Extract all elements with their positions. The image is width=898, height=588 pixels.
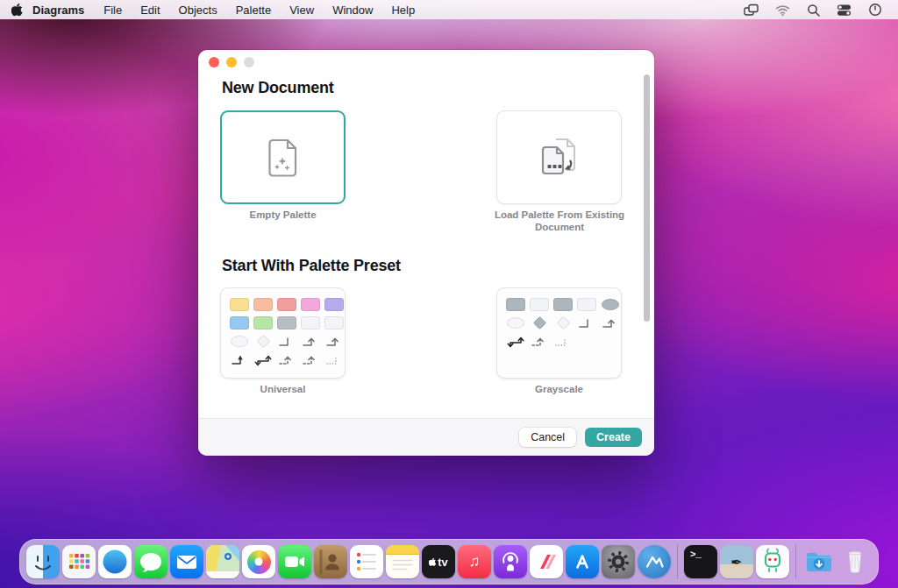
menubar-status	[744, 3, 898, 17]
menu-file[interactable]: File	[103, 4, 122, 17]
dock-notes-icon[interactable]	[386, 545, 419, 578]
load-palette-label: Load Palette From Existing Document	[485, 209, 634, 234]
palette-swatch-diamond	[553, 316, 573, 329]
palette-swatch-elbow-double	[506, 335, 525, 348]
dock-image-editor-icon[interactable]: ✒	[720, 545, 753, 578]
dialog-footer: Cancel Create	[198, 418, 654, 456]
preset-universal-label: Universal	[220, 384, 346, 394]
empty-palette-label: Empty Palette	[220, 209, 346, 221]
empty-palette-card[interactable]	[220, 110, 346, 204]
cancel-button[interactable]: Cancel	[519, 428, 576, 447]
palette-swatch-rect	[277, 298, 296, 311]
dock: tv♫>_✒	[19, 539, 879, 584]
palette-swatch-rect	[553, 298, 573, 311]
palette-swatch-elbow-dashed	[277, 353, 296, 366]
menu-edit[interactable]: Edit	[140, 4, 160, 17]
traffic-lights	[209, 57, 254, 67]
clock-icon[interactable]	[868, 3, 882, 17]
menu-view[interactable]: View	[289, 4, 314, 17]
dock-launchpad-icon[interactable]	[62, 545, 96, 578]
menubar: Diagrams FileEditObjectsPaletteViewWindo…	[0, 0, 898, 19]
palette-swatch-rect	[253, 298, 273, 311]
dock-contacts-icon[interactable]	[314, 545, 347, 578]
dock-music-icon[interactable]: ♫	[458, 545, 491, 578]
palette-swatch-elbow-arrow	[324, 335, 344, 348]
palette-swatch-elbow-double	[253, 353, 273, 366]
close-button[interactable]	[209, 57, 219, 67]
palette-swatch-rect	[506, 298, 525, 311]
dock-news-icon[interactable]	[530, 545, 563, 578]
dock-separator	[795, 544, 796, 579]
preset-section-title: Start With Palette Preset	[222, 257, 401, 275]
display-windows-icon[interactable]	[744, 4, 759, 17]
dock-messages-icon[interactable]	[134, 545, 167, 578]
palette-swatch-diamond	[253, 335, 273, 348]
palette-swatch-diamond-fill	[530, 316, 549, 329]
palette-swatch-rect	[324, 316, 344, 329]
dock-mail-icon[interactable]	[170, 545, 203, 578]
dock-podcasts-icon[interactable]	[494, 545, 527, 578]
dock-facetime-icon[interactable]	[278, 545, 311, 578]
new-document-icon	[264, 136, 303, 180]
palette-swatch-elbow	[577, 316, 596, 329]
menu-window[interactable]: Window	[332, 4, 373, 17]
palette-swatch-rect	[301, 316, 320, 329]
dock-diagrams-robot-icon[interactable]	[756, 545, 789, 578]
dock-finder-icon[interactable]	[26, 545, 60, 578]
minimize-button[interactable]	[226, 57, 237, 67]
menu-help[interactable]: Help	[391, 4, 415, 17]
palette-swatch-ellipse	[230, 335, 249, 348]
palette-swatch-dotted	[324, 353, 344, 366]
palette-swatch-rect	[277, 316, 296, 329]
palette-swatch-elbow-arrow-filled	[230, 353, 249, 366]
dialog-scrollbar[interactable]	[644, 74, 650, 322]
universal-swatch-grid	[221, 288, 345, 376]
dock-appstore-icon[interactable]	[566, 545, 599, 578]
palette-swatch-elbow-arrow	[301, 335, 320, 348]
preset-grayscale-label: Grayscale	[496, 384, 622, 394]
dock-trash-icon[interactable]	[838, 545, 872, 578]
palette-swatch-dotted	[553, 335, 573, 348]
apple-menu[interactable]	[11, 4, 24, 17]
palette-swatch-elbow-arrow	[601, 316, 620, 329]
menubar-menus: FileEditObjectsPaletteViewWindowHelp	[103, 4, 415, 17]
dock-system-preferences-icon[interactable]	[602, 545, 635, 578]
load-palette-card[interactable]	[496, 110, 622, 204]
palette-swatch-rect	[230, 298, 249, 311]
palette-swatch-rect	[530, 298, 549, 311]
dialog-title: New Document	[222, 79, 334, 97]
new-document-dialog: New Document Empty Palette Load Palette …	[198, 50, 654, 456]
dock-reminders-icon[interactable]	[350, 545, 383, 578]
dock-separator	[677, 544, 678, 579]
control-center-icon[interactable]	[837, 4, 852, 17]
preset-grayscale-card[interactable]	[496, 287, 622, 379]
grayscale-swatch-grid	[497, 288, 621, 358]
palette-swatch-elbow-dashed	[301, 353, 320, 366]
dock-terminal-icon[interactable]: >_	[684, 545, 717, 578]
preset-universal-card[interactable]	[220, 287, 346, 379]
load-document-icon	[538, 136, 581, 180]
wifi-icon[interactable]	[775, 4, 790, 16]
zoom-button	[244, 57, 254, 67]
apple-logo-icon	[11, 4, 24, 17]
palette-swatch-elbow	[277, 335, 296, 348]
dock-downloads-folder-icon[interactable]	[802, 545, 836, 578]
palette-swatch-rect	[577, 298, 596, 311]
palette-swatch-ellipse-fill	[601, 298, 620, 311]
create-button[interactable]: Create	[585, 428, 642, 447]
dock-blue-mountain-app-icon[interactable]	[638, 545, 671, 578]
palette-swatch-rect	[253, 316, 273, 329]
menu-palette[interactable]: Palette	[236, 4, 271, 17]
menubar-app-name[interactable]: Diagrams	[32, 4, 84, 17]
palette-swatch-rect	[230, 316, 249, 329]
menu-objects[interactable]: Objects	[179, 4, 217, 17]
palette-swatch-elbow-dashed	[530, 335, 549, 348]
dock-photos-icon[interactable]	[242, 545, 275, 578]
dock-safari-icon[interactable]	[98, 545, 132, 578]
dock-appletv-icon[interactable]: tv	[422, 545, 455, 578]
palette-swatch-rect	[324, 298, 344, 311]
palette-swatch-rect	[301, 298, 320, 311]
dock-maps-icon[interactable]	[206, 545, 239, 578]
palette-swatch-ellipse	[506, 316, 525, 329]
search-icon[interactable]	[807, 4, 820, 17]
